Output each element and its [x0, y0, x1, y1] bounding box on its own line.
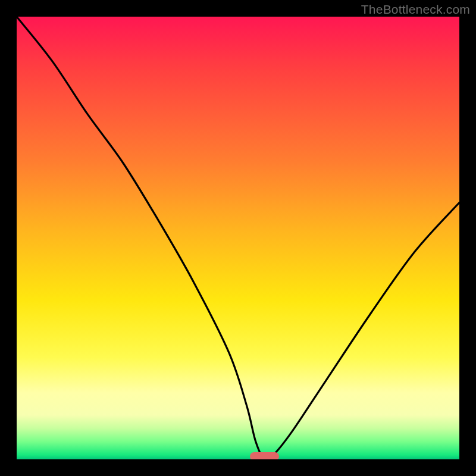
- watermark-label: TheBottleneck.com: [361, 2, 470, 17]
- curve-path: [17, 17, 459, 459]
- plot-area: [17, 17, 459, 459]
- optimal-marker: [250, 452, 278, 459]
- chart-frame: TheBottleneck.com: [0, 0, 476, 476]
- bottleneck-curve: [17, 17, 459, 459]
